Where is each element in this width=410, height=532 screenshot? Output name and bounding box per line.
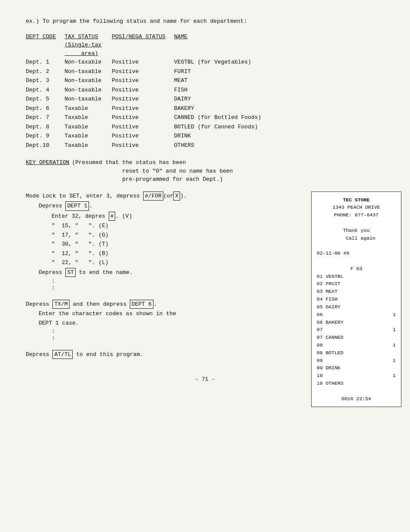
- receipt-item-08-num: 081: [317, 341, 396, 349]
- receipt-item-03: 03 MEAT: [317, 288, 396, 295]
- receipt-call-again: Call again: [325, 234, 396, 242]
- receipt-item-04: 04 FISH: [317, 295, 396, 303]
- dept-table-section: DEPT CODE TAX STATUS (Single-tax area) P…: [26, 33, 384, 150]
- posi-cell: Positive: [112, 67, 174, 76]
- box-attl: AT/TL: [52, 350, 73, 359]
- receipt-item-05: 05 DAIRY: [317, 303, 396, 311]
- name-cell: DAIRY: [174, 94, 270, 104]
- receipt-box: TEC STORE 1343 PEACH DRIVE PHONE: 877-64…: [311, 192, 401, 407]
- key-op-title: KEY OPERATION: [26, 158, 69, 167]
- dept-table: DEPT CODE TAX STATUS (Single-tax area) P…: [26, 33, 270, 150]
- table-row: Dept. 8TaxablePositiveBOTLED (for Canned…: [26, 122, 270, 132]
- posi-cell: Positive: [112, 104, 174, 113]
- tax-cell: Non-taxable: [64, 85, 112, 95]
- col-header-posi: POSI/NEGA STATUS: [112, 33, 174, 58]
- name-cell: BOTLED (for Canned Foods): [174, 122, 270, 132]
- receipt-item-02: 02 FRUIT: [317, 280, 396, 288]
- box-hash1: #: [109, 212, 116, 221]
- table-row: Dept. 2Non-taxablePositiveFURIT: [26, 67, 270, 76]
- table-row: Dept. 5Non-taxablePositiveDAIRY: [26, 94, 270, 104]
- intro-line: ex.) To program the following status and…: [26, 17, 384, 26]
- name-cell: BAKERY: [174, 104, 270, 113]
- receipt-item-09-name: 09 DRINK: [317, 364, 396, 372]
- name-cell: CANNED (for Bottled Foods): [174, 113, 270, 122]
- key-op-desc: (Presumed that the status has been reset…: [72, 158, 233, 184]
- posi-cell: Positive: [112, 122, 174, 132]
- dept-cell: Dept. 6: [26, 104, 64, 113]
- dept-cell: Dept. 5: [26, 94, 64, 104]
- box-dept6: DEPT 6: [130, 300, 153, 309]
- name-cell: FURIT: [174, 67, 270, 76]
- box-x: X: [173, 192, 180, 201]
- dept-cell: Dept. 1: [26, 58, 64, 67]
- receipt-thank-you: Thank you: [317, 227, 396, 234]
- tax-cell: Taxable: [64, 131, 112, 141]
- table-row: Dept. 3Non-taxablePositiveMEAT: [26, 76, 270, 85]
- name-cell: VEGTBL (for Vegetables): [174, 58, 270, 67]
- dept-cell: Dept. 8: [26, 122, 64, 132]
- tax-cell: Taxable: [64, 104, 112, 113]
- receipt-item-06-name: 06 BAKERY: [317, 319, 396, 326]
- box-hash-for: #/FOR: [143, 192, 163, 201]
- receipt-item-10-name: 10 OTHERS: [317, 380, 396, 387]
- table-row: Dept. 6TaxablePositiveBAKERY: [26, 104, 270, 113]
- table-row: Dept.10TaxablePositiveOTHERS: [26, 141, 270, 150]
- table-row: Dept. 7TaxablePositiveCANNED (for Bottle…: [26, 113, 270, 122]
- receipt-date: 02-11-00 #0: [317, 249, 396, 257]
- col-header-tax: TAX STATUS (Single-tax area): [64, 33, 112, 58]
- receipt-phone: PHONE: 877-6437: [317, 211, 396, 219]
- table-row: Dept. 9TaxablePositiveDRINK: [26, 131, 270, 141]
- box-dept1: DEPT 1: [65, 201, 89, 211]
- intro-text: ex.) To program the following status and…: [26, 18, 247, 24]
- receipt-item-06-num: 061: [317, 311, 396, 319]
- box-st: ST: [65, 268, 76, 277]
- dept-cell: Dept. 9: [26, 131, 64, 141]
- posi-cell: Positive: [112, 85, 174, 95]
- table-row: Dept. 1Non-taxablePositiveVEGTBL (for Ve…: [26, 58, 270, 67]
- table-row: Dept. 4Non-taxablePositiveFISH: [26, 85, 270, 95]
- tax-cell: Taxable: [64, 141, 112, 150]
- col-header-name: NAME: [174, 33, 270, 58]
- receipt-item-10-num: 101: [317, 372, 396, 380]
- dept-cell: Dept.10: [26, 141, 64, 150]
- posi-cell: Positive: [112, 131, 174, 141]
- receipt-item-09-num: 091: [317, 357, 396, 365]
- tax-cell: Non-taxable: [64, 58, 112, 67]
- posi-cell: Positive: [112, 76, 174, 85]
- receipt-item-07-name: 07 CANNED: [317, 334, 396, 341]
- box-txm: TX/M: [52, 300, 69, 309]
- tax-cell: Non-taxable: [64, 67, 112, 76]
- tax-cell: Non-taxable: [64, 94, 112, 104]
- receipt-total: 0016 22:54: [317, 395, 396, 403]
- receipt-item-07-num: 071: [317, 326, 396, 334]
- name-cell: OTHERS: [174, 141, 270, 150]
- dept-cell: Dept. 2: [26, 67, 64, 76]
- tax-cell: Non-taxable: [64, 76, 112, 85]
- receipt-item-08-name: 08 BOTLED: [317, 349, 396, 357]
- key-op-block: KEY OPERATION (Presumed that the status …: [26, 158, 384, 184]
- receipt-store-name: TEC STORE: [317, 196, 396, 204]
- dept-cell: Dept. 7: [26, 113, 64, 122]
- tax-cell: Taxable: [64, 122, 112, 132]
- dept-cell: Dept. 3: [26, 76, 64, 85]
- col-header-dept: DEPT CODE: [26, 33, 64, 58]
- name-cell: FISH: [174, 85, 270, 95]
- receipt-num: F 03: [317, 265, 396, 273]
- receipt-address: 1343 PEACH DRIVE: [317, 204, 396, 211]
- name-cell: DRINK: [174, 131, 270, 141]
- tax-cell: Taxable: [64, 113, 112, 122]
- receipt-item-01: 01 VEGTBL: [317, 273, 396, 280]
- operations-section: TEC STORE 1343 PEACH DRIVE PHONE: 877-64…: [26, 192, 384, 359]
- page-content: ex.) To program the following status and…: [26, 17, 384, 359]
- key-operation-section: KEY OPERATION (Presumed that the status …: [26, 158, 384, 184]
- posi-cell: Positive: [112, 113, 174, 122]
- posi-cell: Positive: [112, 94, 174, 104]
- posi-cell: Positive: [112, 141, 174, 150]
- dept-cell: Dept. 4: [26, 85, 64, 95]
- name-cell: MEAT: [174, 76, 270, 85]
- posi-cell: Positive: [112, 58, 174, 67]
